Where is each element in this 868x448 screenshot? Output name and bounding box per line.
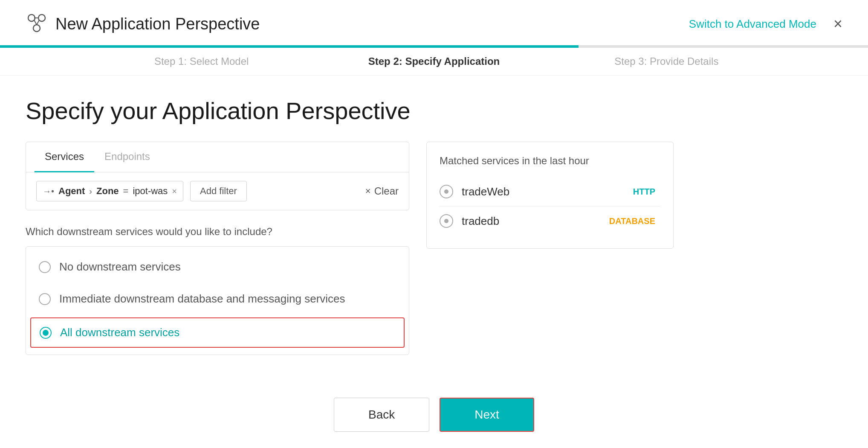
filter-separator: ›	[89, 186, 92, 196]
step-2: Step 2: Specify Application	[318, 55, 550, 67]
step-1: Step 1: Select Model	[85, 55, 318, 67]
service-icon-tradeweb	[440, 185, 453, 198]
svg-line-4	[37, 20, 39, 25]
radio-immediate-downstream[interactable]	[39, 293, 51, 305]
service-row-tradeweb: tradeWeb HTTP	[440, 177, 660, 207]
dialog-title: New Application Perspective	[55, 15, 260, 33]
filter-eq: =	[123, 186, 129, 197]
tab-endpoints[interactable]: Endpoints	[94, 142, 160, 172]
service-badge-tradedb: DATABASE	[604, 215, 660, 228]
filter-field2: Zone	[96, 186, 119, 197]
tab-services[interactable]: Services	[35, 142, 94, 172]
content-row: Services Endpoints →• Agent › Zone = ipo…	[26, 142, 842, 355]
service-badge-tradeweb: HTTP	[628, 185, 660, 198]
filter-remove-button[interactable]: ×	[172, 186, 177, 196]
radio-no-downstream[interactable]	[39, 261, 51, 273]
tabs-row: Services Endpoints	[26, 142, 409, 172]
steps-row: Step 1: Select Model Step 2: Specify App…	[0, 48, 868, 76]
svg-point-2	[33, 25, 40, 32]
radio-all-downstream[interactable]	[40, 327, 52, 339]
service-row-tradedb: tradedb DATABASE	[440, 207, 660, 236]
option-all-downstream[interactable]: All downstream services	[30, 317, 405, 348]
matched-services-title: Matched services in the last hour	[440, 155, 660, 167]
add-filter-button[interactable]: Add filter	[190, 181, 247, 201]
clear-x-icon: ×	[365, 186, 371, 197]
filter-chip[interactable]: →• Agent › Zone = ipot-was ×	[36, 181, 183, 201]
filter-value: ipot-was	[133, 186, 168, 197]
clear-button[interactable]: × Clear	[365, 185, 399, 197]
service-icon-tradedb	[440, 214, 453, 228]
option-immediate-downstream[interactable]: Immediate downstream database and messag…	[26, 283, 409, 315]
service-name-tradeweb: tradeWeb	[462, 185, 619, 198]
main-content: Specify your Application Perspective Ser…	[0, 76, 868, 372]
app-icon	[26, 12, 48, 36]
right-panel: Matched services in the last hour tradeW…	[426, 142, 674, 249]
downstream-question: Which downstream services would you like…	[26, 226, 409, 238]
filter-row: →• Agent › Zone = ipot-was × Add filter …	[26, 172, 409, 210]
filter-field1: Agent	[58, 186, 85, 197]
svg-line-3	[34, 20, 37, 25]
header: New Application Perspective Switch to Ad…	[0, 0, 868, 36]
footer: Back Next	[0, 381, 868, 448]
step-3: Step 3: Provide Details	[550, 55, 783, 67]
close-button[interactable]: ×	[833, 15, 842, 33]
service-name-tradedb: tradedb	[462, 215, 596, 228]
left-panel: Services Endpoints →• Agent › Zone = ipo…	[26, 142, 409, 355]
options-panel: No downstream services Immediate downstr…	[26, 246, 409, 355]
filter-panel: Services Endpoints →• Agent › Zone = ipo…	[26, 142, 409, 210]
header-right: Switch to Advanced Mode ×	[689, 15, 842, 33]
option-no-downstream[interactable]: No downstream services	[26, 251, 409, 283]
back-button[interactable]: Back	[334, 398, 429, 432]
header-left: New Application Perspective	[26, 12, 260, 36]
next-button[interactable]: Next	[440, 398, 534, 432]
switch-advanced-mode-link[interactable]: Switch to Advanced Mode	[689, 17, 816, 31]
filter-arrow-icon: →•	[43, 186, 54, 196]
page-title: Specify your Application Perspective	[26, 97, 842, 125]
